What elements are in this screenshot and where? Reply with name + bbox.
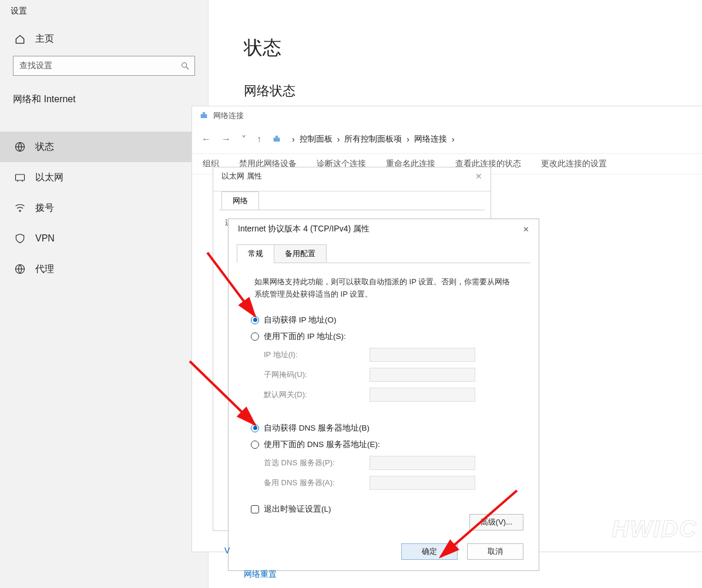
forward-button[interactable]: →: [221, 134, 231, 145]
nav-row: ← → ˅ ↑ ›控制面板 ›所有控制面板项 ›网络连接 ›: [192, 125, 702, 153]
breadcrumb-item[interactable]: 控制面板: [300, 134, 332, 145]
checkbox-icon: [251, 505, 259, 513]
svg-rect-5: [201, 114, 207, 118]
svg-rect-2: [16, 174, 25, 180]
status-icon: [14, 141, 26, 153]
ethernet-icon: [14, 172, 26, 183]
nav-label: 状态: [35, 141, 54, 153]
sidebar-item-status[interactable]: 状态: [0, 132, 208, 162]
window-title: 网络连接: [213, 110, 244, 121]
cmd-changesettings[interactable]: 更改此连接的设置: [541, 159, 607, 169]
network-icon: [199, 111, 209, 120]
nav-label: VPN: [35, 233, 55, 244]
ethernet-window-title: 以太网 属性: [221, 171, 262, 182]
vpn-icon: [14, 233, 26, 244]
preferred-dns-label: 首选 DNS 服务器(P):: [264, 458, 370, 468]
svg-rect-7: [274, 137, 280, 142]
ip-address-field: [370, 348, 475, 362]
preferred-dns-field: [370, 456, 475, 470]
radio-icon: [251, 316, 259, 324]
tab-alternate[interactable]: 备用配置: [274, 244, 327, 263]
svg-rect-6: [203, 112, 205, 114]
sidebar-item-dialup[interactable]: 拨号: [0, 193, 208, 223]
default-gateway-label: 默认网关(D):: [264, 389, 370, 400]
search-placeholder: 查找设置: [19, 61, 52, 71]
alternate-dns-label: 备用 DNS 服务器(A):: [264, 478, 370, 488]
page-title: 状态: [244, 35, 690, 61]
nav-label: 拨号: [35, 202, 54, 214]
search-icon: [180, 61, 190, 70]
sidebar-item-vpn[interactable]: VPN: [0, 223, 208, 254]
breadcrumb-item[interactable]: 所有控制面板项: [344, 134, 402, 145]
up-button[interactable]: ↑: [257, 134, 261, 145]
radio-icon: [251, 424, 259, 432]
svg-rect-8: [276, 136, 278, 137]
tcpipv4-properties-dialog: Internet 协议版本 4 (TCP/IPv4) 属性 ✕ 常规 备用配置 …: [228, 219, 539, 571]
home-icon: [14, 33, 26, 45]
nav-label: 代理: [35, 263, 54, 275]
alternate-dns-field: [370, 476, 475, 490]
partial-letter: V: [224, 546, 230, 555]
page-subtitle: 网络状态: [244, 82, 690, 100]
network-icon: [272, 135, 281, 144]
close-button[interactable]: ✕: [475, 172, 482, 181]
advanced-button[interactable]: 高级(V)...: [469, 514, 523, 530]
settings-sidebar: 设置 主页 查找设置 网络和 Internet 状态 以太网: [0, 0, 209, 588]
nav-label: 以太网: [35, 172, 63, 184]
radio-auto-dns[interactable]: 自动获得 DNS 服务器地址(B): [251, 423, 520, 434]
radio-label: 自动获得 DNS 服务器地址(B): [264, 423, 370, 434]
radio-label: 自动获得 IP 地址(O): [264, 315, 337, 325]
watermark: HWIDC: [612, 516, 697, 542]
cancel-button[interactable]: 取消: [467, 543, 523, 560]
settings-title: 设置: [0, 0, 208, 28]
sidebar-item-ethernet[interactable]: 以太网: [0, 162, 208, 193]
radio-label: 使用下面的 DNS 服务器地址(E):: [264, 439, 380, 450]
subnet-mask-label: 子网掩码(U):: [264, 369, 370, 380]
radio-icon: [251, 441, 259, 449]
dialog-title: Internet 协议版本 4 (TCP/IPv4) 属性: [238, 224, 370, 234]
subnet-mask-field: [370, 368, 475, 382]
checkbox-label: 退出时验证设置(L): [264, 504, 331, 515]
close-button[interactable]: ✕: [523, 225, 529, 234]
ok-button[interactable]: 确定: [401, 543, 458, 560]
radio-manual-dns[interactable]: 使用下面的 DNS 服务器地址(E):: [251, 439, 520, 450]
home-label: 主页: [35, 33, 54, 45]
recent-locations-button[interactable]: ˅: [241, 134, 246, 145]
default-gateway-field: [370, 388, 475, 402]
validate-checkbox[interactable]: 退出时验证设置(L): [251, 504, 520, 515]
sidebar-section-label: 网络和 Internet: [0, 88, 208, 114]
ip-address-label: IP 地址(I):: [264, 350, 370, 360]
proxy-icon: [14, 263, 26, 275]
dialog-info-text: 如果网络支持此功能，则可以获取自动指派的 IP 设置。否则，你需要从网络系统管理…: [254, 276, 516, 301]
network-reset-link[interactable]: 网络重置: [244, 569, 277, 580]
radio-icon: [251, 332, 259, 341]
dialup-icon: [14, 202, 26, 214]
search-input[interactable]: 查找设置: [13, 56, 195, 76]
tab-network[interactable]: 网络: [221, 191, 259, 210]
tab-general[interactable]: 常规: [237, 244, 274, 263]
radio-label: 使用下面的 IP 地址(S):: [264, 331, 346, 342]
sidebar-item-home[interactable]: 主页: [0, 28, 208, 56]
sidebar-item-proxy[interactable]: 代理: [0, 254, 208, 284]
radio-auto-ip[interactable]: 自动获得 IP 地址(O): [251, 315, 520, 325]
breadcrumb-item[interactable]: 网络连接: [414, 134, 447, 145]
breadcrumb[interactable]: ›控制面板 ›所有控制面板项 ›网络连接 ›: [292, 134, 455, 145]
window-titlebar[interactable]: 网络连接: [192, 106, 702, 125]
svg-point-0: [182, 63, 187, 68]
radio-manual-ip[interactable]: 使用下面的 IP 地址(S):: [251, 331, 520, 342]
svg-point-3: [19, 210, 21, 212]
back-button[interactable]: ←: [201, 134, 211, 145]
nav-list: 状态 以太网 拨号 VPN 代理: [0, 132, 208, 284]
